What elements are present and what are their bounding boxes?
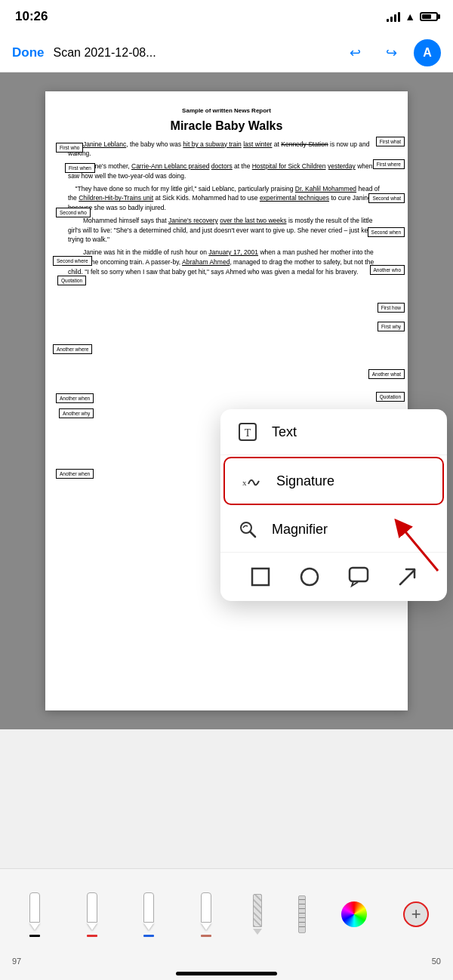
label-another-when: Another when	[56, 393, 94, 403]
undo-icon: ↩	[350, 45, 361, 61]
undo-button[interactable]: ↩	[341, 39, 368, 66]
magnifier-menu-item[interactable]: Magnifier	[220, 507, 447, 553]
label-first-why: First why	[378, 322, 405, 331]
svg-line-4	[250, 532, 255, 537]
square-shape-icon[interactable]	[247, 563, 274, 590]
text-menu-item[interactable]: T Text	[220, 409, 447, 455]
plus-icon: +	[411, 906, 421, 923]
color-wheel-button[interactable]	[341, 901, 367, 927]
signature-menu-label: Signature	[276, 473, 334, 489]
signature-menu-item[interactable]: x Signature	[225, 458, 442, 504]
label-second-where: Second where	[53, 256, 92, 266]
label-second-when: Second when	[368, 227, 405, 237]
bottom-toolbar: + 97 50	[0, 868, 453, 980]
bottom-numbers: 97 50	[0, 955, 453, 969]
status-icons: ▲	[387, 11, 438, 23]
document-area: Sample of written News Report Miracle Ba…	[0, 72, 453, 729]
label-first-who: First who	[56, 143, 83, 153]
svg-text:x: x	[242, 478, 247, 487]
number-right: 50	[432, 957, 441, 966]
label-another-where: Another where	[53, 344, 92, 354]
ruler-tool[interactable]	[298, 895, 306, 933]
doc-title: Miracle Baby Walks	[68, 118, 385, 134]
add-button[interactable]: +	[403, 901, 429, 927]
number-left: 97	[12, 957, 21, 966]
magnifier-menu-label: Magnifier	[272, 522, 328, 538]
pencil-tool[interactable]	[253, 894, 262, 935]
redo-button[interactable]: ↪	[378, 39, 405, 66]
status-bar: 10:26 ▲	[0, 0, 453, 33]
label-another-who: Another who	[370, 265, 405, 275]
svg-line-8	[400, 570, 414, 584]
speech-shape-icon[interactable]	[345, 563, 372, 590]
label-second-who: Second who	[56, 208, 91, 217]
home-indicator	[176, 972, 277, 975]
document-body: Janine Leblanc, the baby who was hit by …	[68, 140, 385, 277]
label-quotation-1: Quotation	[57, 276, 86, 285]
document-title: Scan 2021-12-08...	[54, 46, 333, 60]
shapes-row	[220, 553, 447, 601]
label-first-when: First when	[65, 163, 95, 173]
label-another-what: Another what	[368, 369, 405, 379]
popup-menu: T Text x Signature	[220, 409, 447, 601]
tools-row: +	[0, 869, 453, 955]
arrow-shape-icon[interactable]	[394, 563, 421, 590]
markup-button[interactable]: A	[414, 39, 441, 66]
svg-rect-7	[350, 568, 368, 581]
text-menu-label: Text	[272, 424, 297, 440]
label-quotation-2: Quotation	[376, 392, 405, 402]
signature-menu-icon: x	[240, 469, 264, 493]
done-button[interactable]: Done	[12, 45, 45, 60]
red-pen-tool[interactable]	[82, 892, 103, 937]
pink-pen-tool[interactable]	[196, 892, 217, 937]
markup-icon: A	[423, 46, 432, 60]
label-another-why: Another why	[59, 408, 94, 418]
svg-rect-5	[252, 569, 269, 585]
svg-point-6	[301, 569, 318, 585]
label-first-what: First what	[376, 137, 405, 146]
label-first-where: First where	[373, 159, 405, 169]
label-second-what: Second what	[368, 193, 405, 203]
redo-icon: ↪	[386, 45, 397, 61]
doc-subtitle: Sample of written News Report	[68, 106, 385, 115]
toolbar: Done Scan 2021-12-08... ↩ ↪ A	[0, 33, 453, 72]
label-another-when-2: Another when	[56, 469, 94, 479]
black-pen-tool[interactable]	[24, 892, 45, 937]
document-page: Sample of written News Report Miracle Ba…	[45, 91, 408, 710]
wifi-icon: ▲	[405, 11, 415, 23]
signal-icon	[387, 11, 400, 22]
svg-text:T: T	[245, 427, 251, 439]
status-time: 10:26	[15, 9, 48, 24]
battery-icon	[420, 12, 438, 21]
label-first-how: First how	[378, 303, 405, 313]
circle-shape-icon[interactable]	[296, 563, 323, 590]
magnifier-menu-icon	[236, 517, 260, 541]
blue-pen-tool[interactable]	[138, 892, 159, 937]
text-menu-icon: T	[236, 420, 260, 444]
